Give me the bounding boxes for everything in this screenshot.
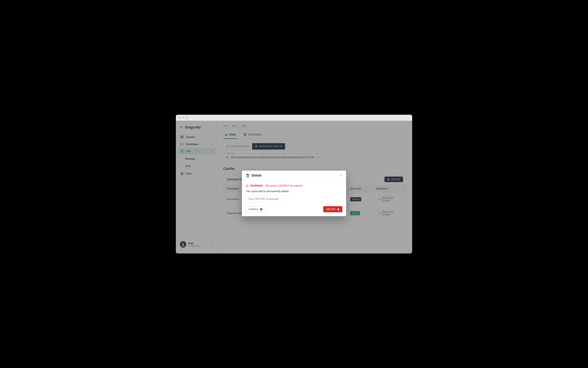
- window-titlebar: [176, 115, 412, 121]
- warning-text: This action CANNOT be undone.: [265, 184, 303, 187]
- window-max-dot[interactable]: [186, 117, 188, 119]
- warning-icon: [246, 184, 249, 187]
- modal-message: The cache will be permanently delete.: [246, 190, 342, 193]
- cancel-button[interactable]: CANCEL: [246, 206, 266, 212]
- trash-icon: [337, 208, 339, 211]
- app-body: Dragonfly Cluster Developer: [176, 121, 412, 253]
- delete-confirm-input[interactable]: [246, 195, 283, 202]
- window-min-dot[interactable]: [182, 117, 184, 119]
- warning-row: WARNING: This action CANNOT be undone.: [246, 184, 342, 187]
- modal-body: WARNING: This action CANNOT be undone. T…: [242, 181, 346, 216]
- window-close-dot[interactable]: [178, 117, 181, 119]
- cancel-label: CANCEL: [249, 208, 258, 211]
- close-icon[interactable]: [339, 174, 342, 177]
- cancel-circle-icon: [260, 208, 263, 211]
- warning-label: WARNING:: [250, 184, 264, 187]
- delete-modal: Delete WARNING: This action CANNOT be un…: [242, 171, 346, 216]
- modal-overlay[interactable]: Delete WARNING: This action CANNOT be un…: [176, 121, 412, 253]
- modal-header: Delete: [242, 171, 346, 181]
- app-window: Dragonfly Cluster Developer: [176, 115, 412, 253]
- confirm-delete-button[interactable]: DELETE: [323, 206, 342, 212]
- modal-title: Delete: [252, 174, 262, 177]
- confirm-label: DELETE: [326, 208, 336, 211]
- modal-actions: CANCEL DELETE: [246, 206, 342, 212]
- trash-icon: [246, 174, 250, 178]
